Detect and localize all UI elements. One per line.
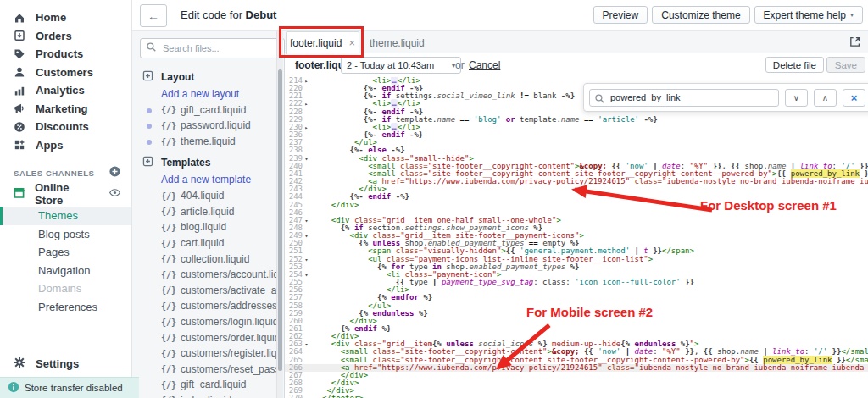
sidebar-item-label: Customers [36,66,93,79]
file-item-customers-order-liquid[interactable]: {/}customers/order.liquid [135,329,279,345]
add-new-templates-link[interactable]: Add a new template [135,172,279,188]
file-name: gift_card.liquid [181,379,246,390]
expand-icon[interactable] [849,36,862,49]
tab-theme-liquid[interactable]: theme.liquid [370,37,425,49]
scrollbar-thumb[interactable] [278,69,282,371]
code-line-267[interactable]: 267 </div> [285,372,868,379]
file-item-collection-liquid[interactable]: {/}collection.liquid [135,251,279,267]
close-search-button[interactable]: × [843,89,865,107]
line-number: 270 [287,395,303,398]
expert-theme-help-button[interactable]: Expert theme help▾ [754,6,863,24]
file-item-password-liquid[interactable]: {/}password.liquid [135,118,279,134]
editor-search-panel: ∨ ∧ × [583,83,868,112]
sidebar-item-home[interactable]: Home [0,8,131,27]
sidebar-item-themes[interactable]: Themes [0,207,131,225]
plus-circle-icon[interactable] [108,165,121,181]
code-line-266[interactable]: 266 <a href="https://www.iubenda.com/pri… [285,364,868,372]
liquid-file-icon: {/} [161,121,176,130]
preview-button-label: Preview [603,9,639,21]
page-title-theme-name: Debut [246,8,277,21]
sidebar-item-analytics[interactable]: Analytics [0,81,131,100]
code-editor[interactable]: 214▸ <li>…</li>220 {%- endif -%}221 {%- … [285,77,868,398]
delete-file-button[interactable]: Delete file [765,57,824,73]
editor-panel: footer.liquid 2 - Today at 10:43am ▾ or … [284,53,868,398]
code-line-270[interactable]: 270</footer> [285,395,868,398]
sidebar-item-navigation[interactable]: Navigation [0,262,131,280]
file-item-customers-addresses-liquid[interactable]: {/}customers/addresses.liquid [135,298,279,314]
code-line-261[interactable]: 261 {% endif %} [285,325,868,333]
file-item-blog-liquid[interactable]: {/}blog.liquid [135,219,279,235]
file-name: cart.liquid [181,237,224,249]
sidebar-item-label: Products [36,47,83,60]
sidebar-item-apps[interactable]: Apps [0,136,131,155]
liquid-file-icon: {/} [161,207,176,216]
file-item-customers-register-liquid[interactable]: {/}customers/register.liquid [135,345,279,362]
file-item-customers-activate-account-liquid[interactable]: {/}customers/activate_account.liquid [135,283,279,299]
code-line-268[interactable]: 268 </div> [285,379,868,387]
file-section-templates: TemplatesAdd a new template{/}404.liquid… [135,153,279,398]
code-text: </div> [310,201,359,209]
modified-dot [147,108,152,113]
chevron-down-icon: ▾ [850,11,854,19]
version-select[interactable]: 2 - Today at 10:43am ▾ [341,57,461,74]
liquid-file-icon: {/} [161,239,176,248]
file-item-customers-reset-password-liquid[interactable]: {/}customers/reset_password.liquid [135,362,279,378]
sidebar-item-orders[interactable]: Orders [0,27,131,46]
save-button[interactable]: Save [826,57,865,73]
customize-theme-button[interactable]: Customize theme [652,6,749,24]
file-item-customers-account-liquid[interactable]: {/}customers/account.liquid [135,267,279,283]
file-item-index-liquid[interactable]: {/}index.liquid [135,393,279,398]
find-next-button[interactable]: ∨ [785,89,808,107]
liquid-file-icon: {/} [161,318,176,327]
file-section-title: Templates [161,157,210,169]
store-icon [12,185,26,202]
liquid-file-icon: {/} [161,105,176,114]
sidebar-item-label: Discounts [36,120,89,133]
file-item-404-liquid[interactable]: {/}404.liquid [135,188,279,204]
file-section-header[interactable]: Layout [135,68,279,86]
file-item-gift-card-liquid[interactable]: {/}gift_card.liquid [135,377,279,393]
sidebar-item-settings[interactable]: Settings [0,354,144,373]
sidebar-item-pages[interactable]: Pages [0,243,131,262]
liquid-file-icon: {/} [161,191,176,201]
sidebar-item-preferences[interactable]: Preferences [0,298,131,317]
file-panel-scrollbar[interactable] [276,30,283,398]
liquid-file-icon: {/} [161,285,176,295]
file-name: customers/addresses.liquid [181,300,279,312]
file-item-article-liquid[interactable]: {/}article.liquid [135,204,279,220]
main-nav-list: HomeOrdersProductsCustomersAnalyticsMark… [0,0,131,154]
cancel-link[interactable]: Cancel [469,53,500,77]
file-search-input[interactable] [161,42,266,54]
home-icon [13,11,26,25]
sidebar-item-online-store[interactable]: Online Store [0,185,131,203]
editor-search-input[interactable] [589,89,779,107]
file-name: blog.liquid [181,221,226,233]
sidebar-item-blog-posts[interactable]: Blog posts [0,225,131,244]
find-previous-button[interactable]: ∧ [814,89,837,107]
liquid-file-icon: {/} [161,333,176,342]
file-name: 404.liquid [181,190,224,202]
add-new-layout-link[interactable]: Add a new layout [135,86,279,102]
sidebar-item-discounts[interactable]: Discounts [0,118,131,136]
back-arrow-icon: ← [147,9,159,23]
liquid-file-icon: {/} [161,364,176,373]
sidebar-item-marketing[interactable]: Marketing [0,100,131,119]
header-actions: Preview Customize theme Expert theme hel… [593,6,863,24]
file-item-cart-liquid[interactable]: {/}cart.liquid [135,235,279,252]
file-item-gift-card-liquid[interactable]: {/}gift_card.liquid [135,102,279,119]
sidebar-item-products[interactable]: Products [0,45,131,64]
eye-icon[interactable] [108,186,121,202]
gear-icon [13,356,26,372]
file-item-theme-liquid[interactable]: {/}theme.liquid [135,134,279,150]
preview-button[interactable]: Preview [593,6,648,24]
back-button[interactable]: ← [140,4,167,27]
file-item-customers-login-liquid[interactable]: {/}customers/login.liquid [135,314,279,330]
sidebar-item-domains[interactable]: Domains [0,279,131,298]
file-section-header[interactable]: Templates [135,153,279,172]
modified-dot [147,140,152,145]
code-line-269[interactable]: 269 </div> [285,387,868,395]
file-name: customers/account.liquid [181,268,279,280]
file-name: customers/reset_password.liquid [181,363,279,375]
sidebar-item-customers[interactable]: Customers [0,64,131,82]
sidebar-item-label: Orders [36,30,72,42]
